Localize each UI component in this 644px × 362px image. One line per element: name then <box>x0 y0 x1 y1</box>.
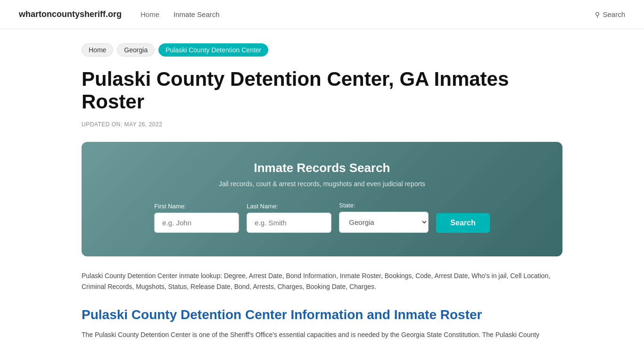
search-button[interactable]: Search <box>436 213 489 233</box>
first-name-input[interactable] <box>154 213 239 233</box>
nav-links: Home Inmate Search <box>140 10 576 18</box>
section-heading: Pulaski County Detention Center Informat… <box>82 307 562 323</box>
state-group: State: Georgia Alabama Florida Tennessee… <box>339 202 429 233</box>
updated-date: UPDATED ON: MAY 26, 2022 <box>82 121 562 128</box>
search-box-title: Inmate Records Search <box>110 161 534 175</box>
search-box-container: Inmate Records Search Jail records, cour… <box>82 142 562 256</box>
section-body: The Pulaski County Detention Center is o… <box>82 329 562 341</box>
last-name-label: Last Name: <box>247 203 278 210</box>
site-brand[interactable]: whartoncountysheriff.org <box>19 9 122 19</box>
breadcrumb-home[interactable]: Home <box>82 43 113 57</box>
last-name-group: Last Name: <box>247 203 331 233</box>
breadcrumb: Home Georgia Pulaski County Detention Ce… <box>82 43 562 57</box>
nav-inmate-search[interactable]: Inmate Search <box>173 10 220 18</box>
first-name-label: First Name: <box>154 203 186 210</box>
description-text: Pulaski County Detention Center inmate l… <box>82 271 562 293</box>
nav-home[interactable]: Home <box>140 10 159 18</box>
search-form: First Name: Last Name: State: Georgia Al… <box>110 202 534 233</box>
nav-search[interactable]: ⚲ Search <box>595 10 625 18</box>
search-box-subtitle: Jail records, court & arrest records, mu… <box>110 180 534 188</box>
page-title: Pulaski County Detention Center, GA Inma… <box>82 68 562 114</box>
breadcrumb-georgia[interactable]: Georgia <box>117 43 155 57</box>
state-select[interactable]: Georgia Alabama Florida Tennessee South … <box>339 212 429 233</box>
last-name-input[interactable] <box>247 213 331 233</box>
main-content: Home Georgia Pulaski County Detention Ce… <box>63 29 581 355</box>
navbar: whartoncountysheriff.org Home Inmate Sea… <box>0 0 644 29</box>
nav-search-label: Search <box>603 10 625 18</box>
state-label: State: <box>339 202 355 209</box>
breadcrumb-current[interactable]: Pulaski County Detention Center <box>158 43 268 57</box>
first-name-group: First Name: <box>154 203 239 233</box>
search-icon: ⚲ <box>595 11 600 18</box>
